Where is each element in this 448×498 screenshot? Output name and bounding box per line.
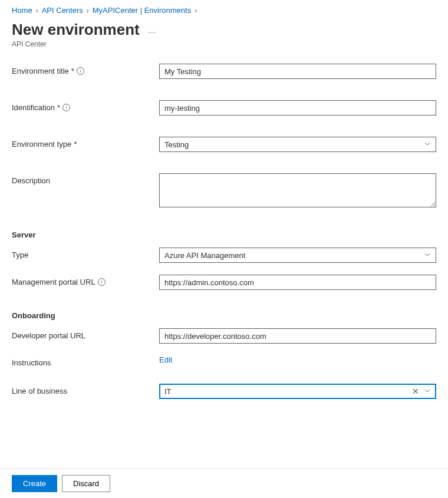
breadcrumb-my-center[interactable]: MyAPICenter | Environments [93, 6, 191, 15]
page-title: New environment [12, 21, 140, 39]
mgmt-url-input[interactable] [159, 275, 436, 290]
chevron-right-icon: › [36, 6, 38, 15]
instructions-label: Instructions [12, 358, 51, 367]
chevron-right-icon: › [87, 6, 89, 15]
breadcrumb-api-centers[interactable]: API Centers [42, 6, 83, 15]
description-input[interactable] [159, 173, 436, 207]
info-icon[interactable]: i [98, 278, 106, 286]
env-title-input[interactable] [159, 64, 436, 79]
lob-label: Line of business [12, 387, 67, 395]
required-asterisk: * [74, 140, 77, 149]
env-type-select[interactable]: Testing [159, 137, 436, 152]
dev-url-input[interactable] [159, 328, 436, 344]
server-type-select[interactable]: Azure API Management [159, 248, 436, 263]
page-subtitle: API Center [12, 40, 436, 48]
discard-button[interactable]: Discard [62, 475, 110, 492]
identification-input[interactable] [159, 100, 436, 116]
info-icon[interactable]: i [62, 104, 70, 111]
chevron-right-icon: › [195, 6, 197, 15]
clear-icon[interactable]: ✕ [412, 387, 419, 396]
breadcrumb: Home › API Centers › MyAPICenter | Envir… [12, 6, 436, 15]
lob-value: IT [164, 387, 172, 396]
env-type-label: Environment type [12, 140, 71, 149]
onboarding-section-title: Onboarding [12, 311, 436, 320]
env-title-label: Environment title [12, 67, 69, 75]
description-label: Description [12, 176, 50, 185]
chevron-down-icon [424, 387, 431, 396]
create-button[interactable]: Create [12, 475, 57, 492]
server-type-label: Type [12, 250, 28, 259]
info-icon[interactable]: i [77, 67, 84, 75]
footer-actions: Create Discard [0, 469, 448, 498]
chevron-down-icon [424, 251, 431, 260]
mgmt-url-label: Management portal URL [12, 278, 95, 286]
edit-instructions-link[interactable]: Edit [159, 354, 172, 364]
identification-label: Identification [12, 103, 55, 112]
required-asterisk: * [71, 67, 74, 75]
chevron-down-icon [424, 140, 431, 149]
server-section-title: Server [12, 230, 436, 239]
lob-select[interactable]: IT ✕ [159, 384, 436, 399]
more-actions-button[interactable]: … [146, 23, 159, 37]
server-type-value: Azure API Management [164, 251, 245, 260]
env-type-value: Testing [164, 140, 189, 149]
required-asterisk: * [57, 103, 60, 112]
breadcrumb-home[interactable]: Home [12, 6, 32, 15]
dev-url-label: Developer portal URL [12, 331, 85, 340]
